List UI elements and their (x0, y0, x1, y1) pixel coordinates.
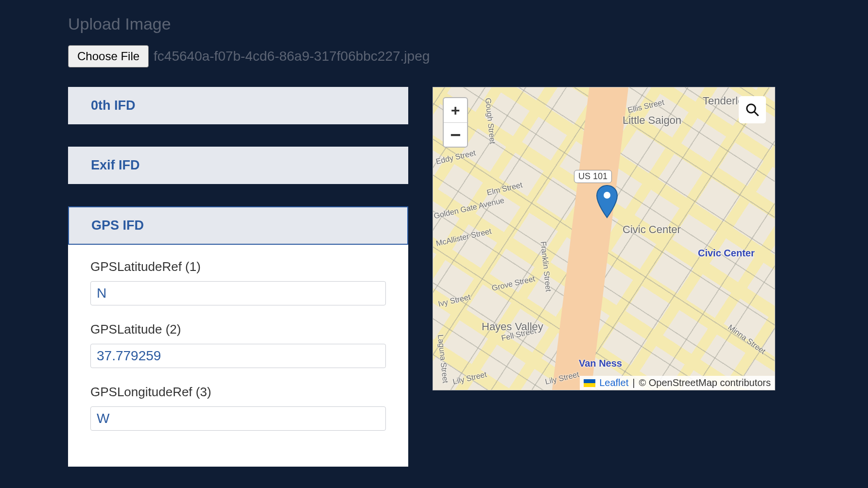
map-poi-van-ness: Van Ness (579, 358, 622, 369)
attribution-separator: | (632, 377, 635, 388)
svg-line-1 (754, 112, 759, 116)
osm-attribution: © OpenStreetMap contributors (639, 377, 771, 388)
map-search-button[interactable] (739, 96, 766, 123)
map-zoom-in-button[interactable]: + (444, 98, 467, 122)
map-area-civic-center: Civic Center (623, 223, 681, 236)
map-zoom-out-button[interactable]: − (444, 122, 467, 147)
accordion-header-gps-ifd[interactable]: GPS IFD (68, 206, 408, 245)
accordion-header-0th-ifd[interactable]: 0th IFD (68, 87, 408, 124)
map-area-hayes-valley: Hayes Valley (482, 320, 543, 333)
upload-heading: Upload Image (68, 15, 800, 34)
choose-file-button[interactable]: Choose File (68, 45, 149, 67)
gps-latitude-input[interactable] (90, 344, 386, 368)
ifd-accordion: 0th IFD Exif IFD GPS IFD GPSLatitudeRef … (68, 87, 408, 467)
gps-ifd-body: GPSLatitudeRef (1) GPSLatitude (2) GPSLo… (68, 245, 408, 467)
map-hwy-shield: US 101 (574, 170, 612, 183)
ukraine-flag-icon (584, 379, 595, 387)
search-icon (745, 102, 760, 117)
map-marker-icon (596, 185, 618, 219)
svg-point-2 (604, 192, 610, 199)
gps-longitude-ref-label: GPSLongitudeRef (3) (90, 385, 386, 400)
accordion-header-exif-ifd[interactable]: Exif IFD (68, 147, 408, 184)
leaflet-link[interactable]: Leaflet (599, 377, 628, 388)
map-zoom-control: + − (443, 97, 468, 148)
map-attribution: Leaflet | © OpenStreetMap contributors (580, 376, 775, 390)
chosen-file-name: fc45640a-f07b-4cd6-86a9-317f06bbc227.jpe… (154, 49, 430, 64)
svg-point-0 (747, 104, 756, 113)
map-poi-civic-center: Civic Center (698, 248, 755, 259)
file-input-row: Choose File fc45640a-f07b-4cd6-86a9-317f… (68, 45, 800, 67)
map-area-little-saigon: Little Saigon (623, 114, 681, 127)
gps-longitude-ref-input[interactable] (90, 406, 386, 431)
gps-latitude-ref-input[interactable] (90, 281, 386, 305)
map-view[interactable]: US 101 Ellis Street Eddy Street Elm Stre… (433, 87, 775, 390)
gps-latitude-ref-label: GPSLatitudeRef (1) (90, 259, 386, 274)
gps-latitude-label: GPSLatitude (2) (90, 322, 386, 337)
